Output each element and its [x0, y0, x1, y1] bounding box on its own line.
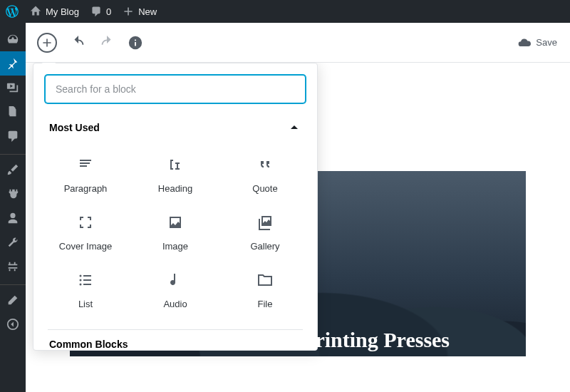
block-cover-image[interactable]: Cover Image — [41, 204, 130, 262]
add-block-button[interactable] — [37, 33, 57, 53]
undo-icon — [71, 35, 86, 51]
block-label: File — [258, 299, 273, 309]
info-button[interactable] — [123, 30, 148, 56]
site-name: My Blog — [46, 6, 79, 17]
plugin-icon — [6, 187, 19, 200]
admin-sidebar — [0, 23, 26, 392]
new-content[interactable]: New — [117, 0, 162, 23]
search-input[interactable] — [45, 75, 306, 103]
list-icon — [77, 272, 94, 289]
wrench-icon — [6, 236, 19, 249]
plus-icon — [41, 37, 53, 48]
site-link[interactable]: My Blog — [24, 0, 85, 23]
sidebar-collapse[interactable] — [0, 312, 26, 336]
sidebar-plugins[interactable] — [0, 182, 26, 206]
block-label: Image — [162, 241, 188, 252]
paragraph-icon — [77, 156, 94, 173]
section-label: Common Blocks — [49, 339, 128, 350]
comments-count: 0 — [106, 6, 111, 17]
block-label: Paragraph — [64, 183, 108, 194]
redo-button[interactable] — [94, 30, 120, 56]
sidebar-media[interactable] — [0, 76, 26, 100]
save-button[interactable]: Save — [517, 36, 564, 50]
svg-point-3 — [80, 284, 82, 286]
block-label: Quote — [252, 183, 277, 194]
audio-icon — [167, 272, 184, 289]
block-inserter: Most Used Paragraph Heading Quote — [33, 63, 318, 351]
sidebar-separator — [0, 282, 26, 285]
save-label: Save — [536, 37, 557, 48]
block-paragraph[interactable]: Paragraph — [41, 146, 130, 204]
chevron-up-icon — [287, 120, 301, 135]
block-grid: Paragraph Heading Quote Cover Image — [33, 142, 317, 329]
block-list[interactable]: List — [41, 262, 130, 319]
admin-bar: My Blog 0 New — [0, 0, 570, 23]
pages-icon — [6, 105, 19, 118]
sidebar-users[interactable] — [0, 206, 26, 230]
block-label: List — [78, 299, 93, 309]
sidebar-gutenberg[interactable] — [0, 288, 26, 312]
wp-logo[interactable] — [0, 0, 24, 23]
undo-button[interactable] — [66, 30, 91, 56]
block-image[interactable]: Image — [130, 204, 220, 262]
wordpress-icon — [6, 5, 19, 18]
block-label: Heading — [158, 183, 192, 194]
brush-icon — [6, 163, 19, 176]
block-label: Audio — [163, 299, 187, 309]
gallery-icon — [256, 214, 274, 231]
sidebar-pages[interactable] — [0, 100, 26, 124]
sidebar-tools[interactable] — [0, 230, 26, 254]
comment-icon — [90, 6, 102, 17]
cloud-icon — [517, 36, 532, 50]
media-icon — [6, 81, 19, 94]
heading-icon — [167, 156, 184, 173]
block-label: Gallery — [250, 241, 279, 252]
sidebar-posts[interactable] — [0, 51, 26, 76]
new-label: New — [138, 6, 157, 17]
user-icon — [6, 212, 19, 225]
section-most-used[interactable]: Most Used — [33, 115, 317, 142]
pin-icon — [6, 57, 19, 70]
block-audio[interactable]: Audio — [130, 262, 220, 319]
pencil-icon — [6, 294, 19, 306]
image-icon — [167, 214, 184, 231]
editor-toolbar: Save — [26, 23, 570, 63]
quote-icon — [256, 156, 274, 173]
sidebar-comments[interactable] — [0, 124, 26, 148]
block-file[interactable]: File — [220, 262, 310, 319]
block-quote[interactable]: Quote — [220, 146, 310, 204]
comments-link[interactable]: 0 — [85, 0, 117, 23]
svg-point-1 — [80, 275, 82, 277]
cover-image-text[interactable]: Of Mountains & Printing Presses — [146, 328, 450, 356]
sidebar-appearance[interactable] — [0, 158, 26, 182]
plus-icon — [123, 6, 134, 17]
block-heading[interactable]: Heading — [130, 146, 220, 204]
redo-icon — [99, 35, 115, 51]
svg-point-2 — [80, 279, 82, 282]
settings-icon — [6, 260, 19, 273]
file-icon — [256, 272, 274, 289]
home-icon — [30, 6, 41, 17]
comments-icon — [6, 130, 19, 143]
info-icon — [128, 35, 143, 51]
cover-image-icon — [77, 214, 94, 231]
block-gallery[interactable]: Gallery — [220, 204, 310, 262]
inserter-search — [45, 75, 306, 103]
section-label: Most Used — [49, 122, 100, 133]
sidebar-dashboard[interactable] — [0, 27, 26, 51]
collapse-icon — [6, 318, 19, 331]
block-label: Cover Image — [59, 241, 112, 252]
sidebar-settings[interactable] — [0, 254, 26, 279]
dashboard-icon — [6, 33, 19, 46]
sidebar-separator — [0, 151, 26, 155]
